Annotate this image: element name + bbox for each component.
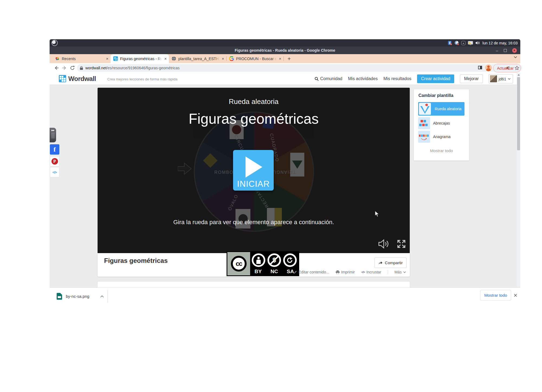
tab-label: plantilla_tarea_A_ESTHER xyxy=(178,57,220,61)
printer-icon xyxy=(336,270,340,274)
window-title-bar: Figuras geométricas - Rueda aleatoria - … xyxy=(50,47,520,54)
template-rueda-aleatoria[interactable]: Rueda aleatoria xyxy=(418,102,464,116)
url-domain: wordwall.net xyxy=(85,66,107,70)
desktop-top-panel: lun 12 de may, 16:03 xyxy=(50,39,520,47)
brand-name[interactable]: Wordwall xyxy=(68,75,96,83)
resource-actions: Editar contenido... Imprimir </> Incrust… xyxy=(287,270,406,274)
scroll-up-icon[interactable] xyxy=(518,74,520,76)
action-label: Más xyxy=(395,270,402,274)
browser-toolbar: wordwall.net/es/resource/91960646/figura… xyxy=(50,63,520,73)
tab-strip: Recents × Figuras geométricas - Ru × pla… xyxy=(50,54,520,63)
show-all-templates-link[interactable]: Mostrar todo xyxy=(414,148,469,153)
nav-mis-actividades[interactable]: Mis actividades xyxy=(348,76,378,81)
download-item[interactable]: by-nc-sa.png xyxy=(53,288,108,305)
resource-title: Figuras geométricas xyxy=(104,257,168,264)
google-favicon xyxy=(229,56,234,61)
reload-icon[interactable] xyxy=(69,65,75,71)
start-button[interactable]: INICIAR xyxy=(233,150,274,191)
swap-arrow-icon xyxy=(421,138,427,141)
lock-icon xyxy=(80,66,83,70)
side-panel-icon[interactable] xyxy=(478,66,482,69)
tab-close-icon[interactable]: × xyxy=(222,57,224,61)
chevron-down-icon xyxy=(403,271,406,273)
nav-comunidad[interactable]: Comunidad xyxy=(315,76,342,81)
play-icon xyxy=(246,156,262,178)
cc-nc-label: NC xyxy=(270,269,278,275)
game-viewport[interactable]: CÍRCULO CUADRADO TRIANGULO RECTANGULO ÓV… xyxy=(98,88,410,253)
create-activity-button[interactable]: Crear actividad xyxy=(417,74,454,83)
tab-label: PROCOMUN - Buscar con xyxy=(236,57,277,61)
tab-close-icon[interactable]: × xyxy=(279,57,281,61)
show-all-downloads-button[interactable]: Mostrar todo xyxy=(480,290,511,300)
chevron-down-icon xyxy=(508,78,511,80)
page-scrollbar[interactable] xyxy=(517,73,520,288)
tab-recents[interactable]: Recents × xyxy=(52,54,111,63)
minimize-button[interactable]: – xyxy=(493,47,501,54)
display-icon[interactable] xyxy=(468,41,473,45)
pinterest-share-button[interactable]: P xyxy=(50,156,59,166)
template-anagrama[interactable]: Anagrama xyxy=(418,131,451,143)
profile-avatar[interactable] xyxy=(485,64,492,71)
new-tab-button[interactable]: + xyxy=(285,55,293,63)
user-menu[interactable]: jd61 xyxy=(489,74,513,83)
downloads-bar: by-nc-sa.png Mostrar todo × xyxy=(50,288,520,305)
activities-icon[interactable] xyxy=(51,40,58,46)
upgrade-button[interactable]: Mejorar xyxy=(460,74,483,83)
embed-share-button[interactable]: </> xyxy=(50,167,59,177)
nav-mis-resultados[interactable]: Mis resultados xyxy=(383,76,411,81)
embed-code-icon: </> xyxy=(361,270,365,274)
tab-plantilla[interactable]: plantilla_tarea_A_ESTHER × xyxy=(169,54,226,63)
chevron-up-icon[interactable] xyxy=(100,295,104,298)
nav-label: Comunidad xyxy=(320,76,342,81)
wheel-pointer-icon xyxy=(178,162,192,175)
clock[interactable]: lun 12 de may, 16:03 xyxy=(482,41,518,45)
wordwall-favicon xyxy=(113,56,118,61)
update-chrome-button[interactable]: Actualizar ⋮ xyxy=(493,64,521,72)
tab-close-icon[interactable]: × xyxy=(164,57,167,61)
tab-search-chevron-icon[interactable] xyxy=(514,56,517,58)
facebook-share-button[interactable]: f xyxy=(50,144,59,155)
file-icon xyxy=(57,293,62,300)
cc-by-label: BY xyxy=(254,269,262,275)
embed-action[interactable]: </> Incrustar xyxy=(361,270,381,274)
back-icon[interactable] xyxy=(53,65,59,71)
close-icon: × xyxy=(512,48,517,53)
cc-badge-left: cc xyxy=(227,252,250,275)
fullscreen-icon[interactable] xyxy=(396,238,407,250)
wheel-shape-rhombus xyxy=(203,153,218,168)
restore-icon xyxy=(504,49,507,52)
more-action[interactable]: Más xyxy=(395,270,406,274)
action-label: Imprimir xyxy=(341,270,355,274)
sound-icon[interactable] xyxy=(378,239,391,249)
address-bar[interactable]: wordwall.net/es/resource/91960646/figura… xyxy=(77,64,522,72)
scrollbar-thumb[interactable] xyxy=(517,77,520,150)
wordwall-logo-icon[interactable] xyxy=(59,75,66,82)
bluetooth-icon[interactable] xyxy=(448,41,452,45)
screenshot-icon[interactable] xyxy=(461,41,466,45)
share-button[interactable]: Compartir xyxy=(375,257,406,268)
edit-content-action[interactable]: Editar contenido... xyxy=(293,270,329,274)
volume-icon[interactable] xyxy=(475,41,480,45)
search-icon xyxy=(315,77,319,81)
remote-control-handle[interactable]: ▶▶ xyxy=(50,128,56,142)
mouse-cursor xyxy=(375,211,381,217)
embed-icon: </> xyxy=(53,170,57,174)
sync-off-icon[interactable] xyxy=(454,41,459,45)
restore-button[interactable] xyxy=(501,47,509,54)
facebook-icon: f xyxy=(54,146,56,153)
close-downloads-icon[interactable]: × xyxy=(514,292,517,299)
template-abrecajas[interactable]: Abrecajas xyxy=(418,117,450,129)
cc-sa-icon xyxy=(283,253,297,267)
game-instruction: Gira la rueda para ver que elemento apar… xyxy=(98,219,410,226)
tab-procomun[interactable]: PROCOMUN - Buscar con × xyxy=(227,54,283,63)
forward-icon[interactable] xyxy=(62,65,67,71)
template-label: Abrecajas xyxy=(433,121,450,125)
menu-dots-icon[interactable]: ⋮ xyxy=(515,66,519,70)
pencil-icon xyxy=(293,270,297,274)
tab-figuras-geometricas[interactable]: Figuras geométricas - Ru × xyxy=(111,54,169,63)
tab-close-icon[interactable]: × xyxy=(106,57,108,61)
close-button[interactable]: × xyxy=(511,47,518,54)
print-action[interactable]: Imprimir xyxy=(336,270,355,274)
globe-favicon xyxy=(172,56,176,61)
template-name-label: Rueda aleatoria xyxy=(98,97,410,106)
